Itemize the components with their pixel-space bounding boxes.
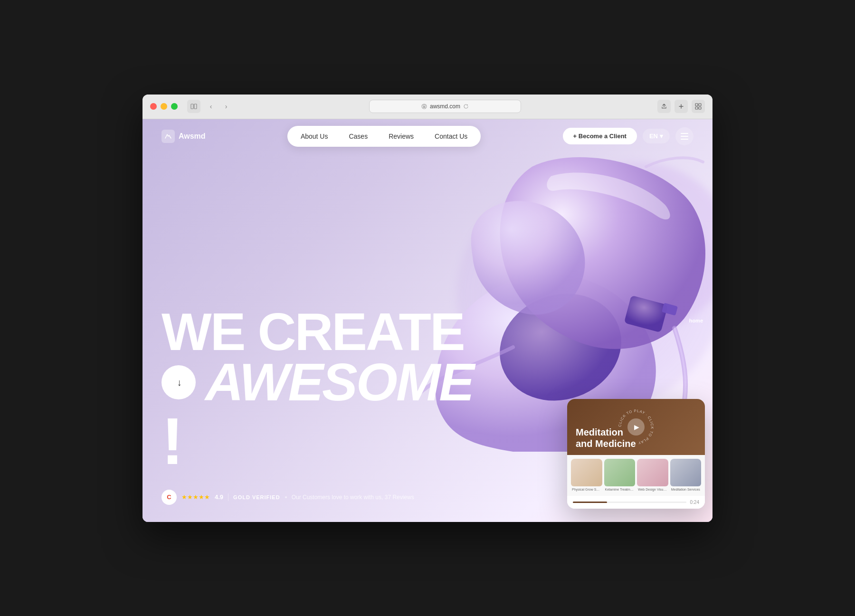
hero-line1: WE CREATE [162, 307, 464, 357]
minimize-button[interactable] [161, 103, 167, 110]
language-selector[interactable]: EN ▾ [643, 129, 670, 143]
tab-overview-button[interactable] [692, 100, 705, 113]
nav-center: About Us Cases Reviews Contact Us [206, 126, 563, 147]
url-text: awsmd.com [430, 103, 460, 110]
clutch-badge: C [162, 490, 177, 505]
nav-item-reviews[interactable]: Reviews [379, 129, 423, 144]
rating-divider [228, 493, 228, 501]
titlebar-right [657, 100, 705, 113]
preview-progress-fill [573, 502, 607, 503]
svg-rect-1 [194, 104, 197, 109]
rating-bar: C ★★★★★ 4.9 GOLD VERIFIED Our Customers … [162, 490, 414, 505]
nav-item-contact[interactable]: Contact Us [425, 129, 477, 144]
close-button[interactable] [150, 103, 157, 110]
preview-card: CLICK TO PLAY · CLICK TO PLAY · ▶ Medita… [567, 399, 705, 509]
browser-nav-arrows: ‹ › [204, 100, 233, 113]
svg-rect-7 [699, 107, 701, 109]
become-client-button[interactable]: + Become a Client [563, 128, 637, 144]
nav-item-about[interactable]: About Us [291, 129, 338, 144]
logo-text: Awsmd [179, 132, 206, 141]
thumb-img-1 [571, 459, 602, 486]
hero-line3: ! [162, 408, 473, 474]
titlebar: ‹ › awsmd.com [142, 95, 712, 119]
nav-pills: About Us Cases Reviews Contact Us [287, 126, 481, 147]
maximize-button[interactable] [171, 103, 178, 110]
thumb-label-2: Ketamine Treatment [604, 486, 636, 492]
navigation: Awsmd About Us Cases Reviews Contact Us … [142, 119, 712, 153]
preview-timestamp: 0:24 [690, 500, 699, 505]
scroll-button[interactable]: ↓ [162, 365, 196, 399]
website-content: Awsmd About Us Cases Reviews Contact Us … [142, 119, 712, 522]
svg-rect-0 [191, 104, 193, 109]
side-navigation: home [689, 318, 703, 323]
rating-dot [285, 496, 287, 498]
titlebar-controls [187, 100, 200, 113]
scroll-down-icon: ↓ [177, 378, 180, 387]
svg-rect-4 [695, 104, 698, 106]
thumb-label-3: Web Design Visualization [637, 486, 668, 492]
thumb-label-4: Meditation Services [670, 486, 702, 492]
svg-rect-5 [699, 104, 701, 106]
address-bar-container: awsmd.com [237, 100, 654, 113]
back-button[interactable]: ‹ [204, 100, 218, 113]
add-tab-button[interactable] [674, 100, 688, 113]
thumb-img-3 [637, 459, 668, 486]
hero-title: WE CREATE ↓ AWESOME ! [162, 307, 473, 474]
hamburger-menu-button[interactable] [675, 127, 694, 145]
svg-rect-6 [695, 107, 698, 109]
hero-line2: AWESOME [205, 357, 473, 408]
share-button[interactable] [657, 100, 671, 113]
play-button[interactable]: ▶ [627, 418, 645, 436]
thumbnail-3[interactable]: Web Design Visualization [637, 459, 668, 492]
gold-verified-badge: GOLD VERIFIED [233, 494, 280, 500]
play-icon: ▶ [634, 423, 639, 431]
preview-thumbnails: Physical Grow Skin Care Ketamine Treatme… [567, 455, 705, 496]
hero-content: WE CREATE ↓ AWESOME ! [162, 307, 473, 474]
star-rating: ★★★★★ [181, 493, 210, 501]
thumbnail-4[interactable]: Meditation Services [670, 459, 702, 492]
traffic-lights [150, 103, 178, 110]
address-bar[interactable]: awsmd.com [369, 100, 521, 113]
nav-item-cases[interactable]: Cases [339, 129, 377, 144]
lock-icon [421, 104, 427, 109]
rating-description: Our Customers love to work with us, 37 R… [292, 494, 414, 501]
forward-button[interactable]: › [219, 100, 233, 113]
mac-window: ‹ › awsmd.com [142, 95, 712, 522]
thumb-img-2 [604, 459, 636, 486]
hero-title-row2: ↓ AWESOME [162, 357, 473, 408]
hamburger-icon [681, 133, 688, 140]
preview-card-footer: 0:24 [567, 496, 705, 509]
side-nav-home[interactable]: home [689, 318, 703, 323]
thumbnail-1[interactable]: Physical Grow Skin Care [571, 459, 602, 492]
preview-progress-bar [573, 502, 686, 503]
nav-logo[interactable]: Awsmd [162, 130, 206, 143]
sidebar-toggle-button[interactable] [187, 100, 200, 113]
svg-rect-3 [423, 106, 425, 108]
thumbnail-2[interactable]: Ketamine Treatment [604, 459, 636, 492]
nav-right: + Become a Client EN ▾ [563, 127, 694, 145]
preview-card-header: CLICK TO PLAY · CLICK TO PLAY · ▶ Medita… [567, 399, 705, 455]
reload-icon[interactable] [463, 104, 469, 109]
thumb-img-4 [670, 459, 702, 486]
hero-title-row1: WE CREATE [162, 307, 473, 357]
thumb-label-1: Physical Grow Skin Care [571, 486, 602, 492]
logo-icon [162, 130, 175, 143]
rating-score: 4.9 [215, 493, 223, 501]
